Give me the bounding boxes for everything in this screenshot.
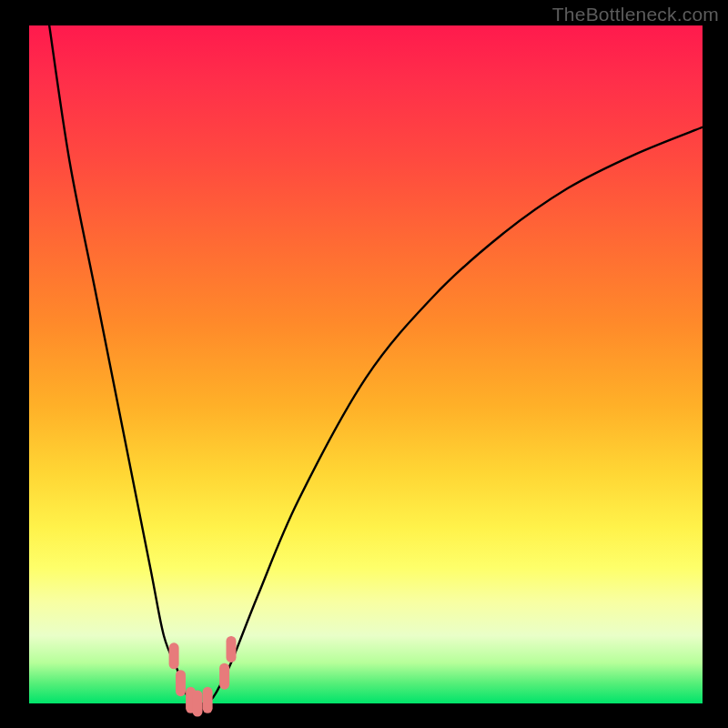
bottleneck-curve [49,25,703,703]
chart-plot-area [29,25,703,703]
watermark-text: TheBottleneck.com [552,4,719,25]
curve-highlight-markers [174,641,231,712]
chart-svg [29,25,703,703]
chart-frame: TheBottleneck.com [0,0,728,728]
